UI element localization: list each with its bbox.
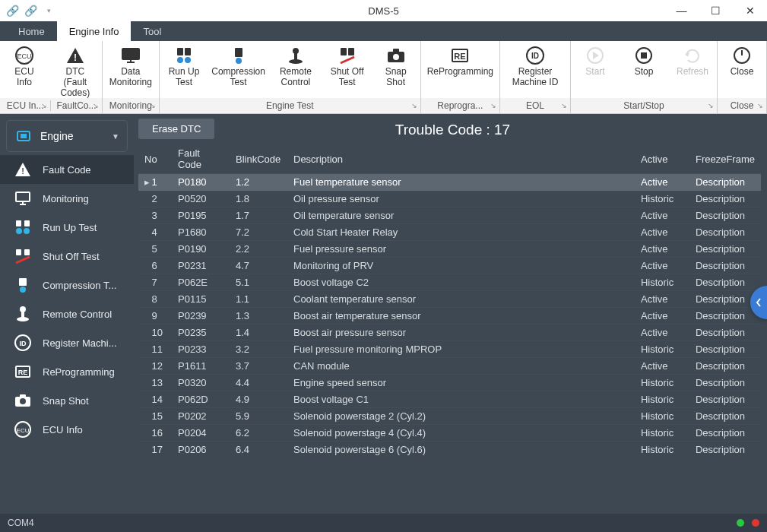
svg-point-22 bbox=[393, 54, 399, 60]
table-row[interactable]: 9P02391.3Boost air temperature sensorAct… bbox=[138, 308, 761, 325]
col-freeze[interactable]: FreezeFrame bbox=[689, 144, 761, 174]
joystick-icon bbox=[284, 46, 308, 65]
col-blink[interactable]: BlinkCode bbox=[230, 144, 287, 174]
shut-off-icon bbox=[335, 46, 360, 65]
ribbon-close[interactable]: Close bbox=[718, 41, 766, 98]
table-row[interactable]: 11P02333.2Fuel pressure monitoring MPROP… bbox=[138, 341, 761, 358]
sidebar-engine-dropdown[interactable]: Engine ▼ bbox=[6, 120, 128, 152]
table-row[interactable]: 2P05201.8Oil pressure sensorHistoricDesc… bbox=[138, 191, 761, 207]
svg-point-10 bbox=[177, 57, 183, 63]
tab-tool[interactable]: Tool bbox=[131, 21, 173, 41]
ribbon-register-machine[interactable]: ID Register Machine ID bbox=[500, 41, 570, 98]
svg-rect-41 bbox=[16, 220, 21, 226]
sidebar-item-ecu-info[interactable]: ECUECU Info bbox=[0, 415, 134, 444]
table-row[interactable]: 16P02046.2Solenoid powerstage 4 (Cyl.4)H… bbox=[138, 425, 761, 442]
qat-dropdown-icon[interactable]: ▾ bbox=[40, 2, 58, 20]
tab-engine-info[interactable]: Engine Info bbox=[57, 21, 132, 41]
ribbon-dtc[interactable]: ! DTC (Fault Codes) bbox=[49, 41, 102, 98]
table-row[interactable]: 5P01902.2Fuel pressure sensorActiveDescr… bbox=[138, 241, 761, 258]
svg-text:RE: RE bbox=[455, 52, 466, 61]
svg-text:!: ! bbox=[21, 166, 24, 176]
table-row[interactable]: 12P16113.7CAN moduleActiveDescription bbox=[138, 358, 761, 375]
table-row[interactable]: 17P02066.4Solenoid powerstage 6 (Cyl.6)H… bbox=[138, 442, 761, 458]
ribbon-group-engine-test[interactable]: Engine Test↘ bbox=[160, 98, 420, 113]
sidebar-item-label: ReProgramming bbox=[43, 366, 115, 378]
sidebar: Engine ▼ !Fault CodeMonitoringRun Up Tes… bbox=[0, 114, 134, 514]
ribbon-shut-off-test[interactable]: Shut Off Test bbox=[323, 41, 372, 98]
svg-rect-45 bbox=[16, 249, 21, 255]
svg-point-16 bbox=[289, 59, 303, 64]
ribbon-remote-control[interactable]: Remote Control bbox=[268, 41, 322, 98]
svg-point-52 bbox=[17, 317, 29, 321]
svg-marker-28 bbox=[593, 52, 599, 59]
sidebar-item-snap-shot[interactable]: Snap Shot bbox=[0, 386, 134, 415]
table-row[interactable]: 10P02351.4Boost air pressure sensorActiv… bbox=[138, 325, 761, 341]
svg-rect-17 bbox=[341, 48, 347, 55]
svg-line-47 bbox=[16, 257, 30, 263]
sidebar-item-run-up-test[interactable]: Run Up Test bbox=[0, 213, 134, 242]
ribbon-group-startstop[interactable]: Start/Stop↘ bbox=[571, 98, 717, 113]
svg-rect-18 bbox=[348, 48, 354, 55]
ribbon-group-fault[interactable]: FaultCo...↘ bbox=[51, 100, 101, 111]
sidebar-item-monitoring[interactable]: Monitoring bbox=[0, 184, 134, 213]
col-fault[interactable]: Fault Code bbox=[172, 144, 230, 174]
sidebar-item-fault-code[interactable]: !Fault Code bbox=[0, 155, 134, 184]
svg-rect-46 bbox=[24, 249, 30, 255]
sidebar-item-label: Shut Off Test bbox=[43, 251, 100, 262]
ribbon-group-monitoring[interactable]: Monitoring↘ bbox=[103, 98, 159, 113]
sidebar-item-label: Register Machi... bbox=[43, 337, 117, 349]
sidebar-item-shut-off-test[interactable]: Shut Off Test bbox=[0, 242, 134, 271]
erase-dtc-button[interactable]: Erase DTC bbox=[138, 119, 214, 139]
col-no[interactable]: No bbox=[138, 144, 172, 174]
ribbon-ecu-info[interactable]: ECU ECU Info bbox=[0, 41, 49, 98]
joystick-icon bbox=[14, 306, 32, 322]
camera-icon bbox=[14, 393, 32, 408]
stop-icon bbox=[632, 46, 656, 65]
ribbon-refresh: Refresh bbox=[668, 41, 717, 98]
ribbon-stop[interactable]: Stop bbox=[620, 41, 668, 98]
qat-link1-icon[interactable]: 🔗 bbox=[3, 2, 21, 20]
col-active[interactable]: Active bbox=[635, 144, 689, 174]
table-row[interactable]: 4P16807.2Cold Start Heater RelayActiveDe… bbox=[138, 224, 761, 241]
ribbon: ECU ECU Info ! DTC (Fault Codes) ECU In.… bbox=[0, 41, 767, 114]
table-row[interactable]: ▸ 1P01801.2Fuel temperature sensorActive… bbox=[138, 174, 761, 191]
shut-off-icon bbox=[14, 248, 32, 264]
table-row[interactable]: 6P02314.7Monitoring of PRVActiveDescript… bbox=[138, 258, 761, 274]
ribbon-group-reprog[interactable]: Reprogra...↘ bbox=[421, 98, 499, 113]
window-close-button[interactable]: ✕ bbox=[733, 0, 767, 21]
table-row[interactable]: 14P062D4.9Boost voltage C1HistoricDescri… bbox=[138, 391, 761, 408]
play-icon bbox=[583, 46, 607, 65]
qat-link2-icon[interactable]: 🔗 bbox=[21, 2, 40, 20]
svg-rect-9 bbox=[185, 48, 191, 55]
ribbon-reprogramming[interactable]: RE ReProgramming bbox=[421, 41, 499, 98]
engine-chip-icon bbox=[14, 128, 33, 144]
sidebar-item-label: ECU Info bbox=[43, 424, 83, 435]
svg-rect-5 bbox=[122, 49, 139, 59]
ribbon-data-monitoring[interactable]: Data Monitoring bbox=[103, 41, 159, 98]
table-row[interactable]: 15P02025.9Solenoid powerstage 2 (Cyl.2)H… bbox=[138, 408, 761, 425]
window-minimize-button[interactable]: — bbox=[664, 0, 699, 21]
table-row[interactable]: 13P03204.4Engine speed sensorHistoricDes… bbox=[138, 375, 761, 391]
table-row[interactable]: 8P01151.1Coolant temperature sensorActiv… bbox=[138, 291, 761, 308]
camera-icon bbox=[384, 46, 408, 65]
sidebar-header-label: Engine bbox=[40, 130, 74, 142]
sidebar-item-register-machine[interactable]: IDRegister Machi... bbox=[0, 328, 134, 357]
ribbon-compression-test[interactable]: Compression Test bbox=[208, 41, 268, 98]
table-row[interactable]: 3P01951.7Oil temperature sensorActiveDes… bbox=[138, 207, 761, 224]
ribbon-group-eol[interactable]: EOL↘ bbox=[500, 98, 570, 113]
svg-point-11 bbox=[185, 57, 191, 63]
sidebar-item-compression-test[interactable]: Compression T... bbox=[0, 271, 134, 299]
sidebar-item-remote-control[interactable]: Remote Control bbox=[0, 299, 134, 328]
sidebar-item-reprogramming[interactable]: REReProgramming bbox=[0, 357, 134, 386]
ribbon-group-close[interactable]: Close↘ bbox=[718, 98, 766, 113]
ribbon-run-up-test[interactable]: Run Up Test bbox=[160, 41, 208, 98]
run-up-icon bbox=[14, 219, 32, 236]
col-desc[interactable]: Description bbox=[287, 144, 635, 174]
tab-home[interactable]: Home bbox=[6, 21, 57, 41]
statusbar: COM4 bbox=[0, 514, 767, 532]
table-row[interactable]: 7P062E5.1Boost voltage C2HistoricDescrip… bbox=[138, 274, 761, 291]
window-maximize-button[interactable]: ☐ bbox=[699, 0, 733, 21]
svg-rect-51 bbox=[21, 311, 24, 318]
ribbon-group-ecu[interactable]: ECU In...↘ bbox=[0, 100, 51, 111]
ribbon-snap-shot[interactable]: Snap Shot bbox=[372, 41, 420, 98]
